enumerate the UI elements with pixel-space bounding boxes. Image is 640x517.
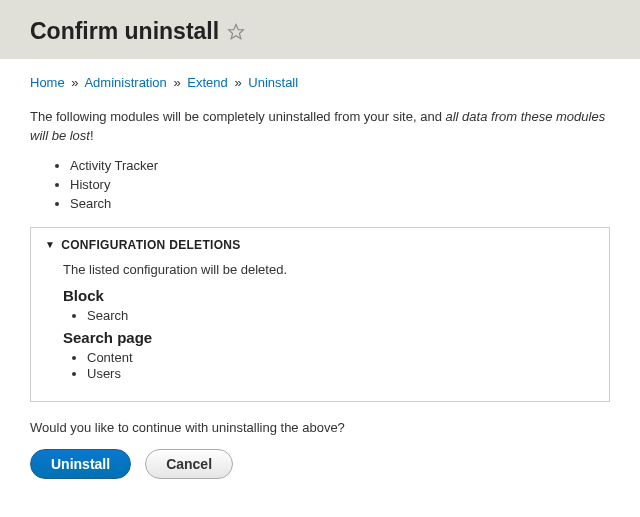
uninstall-button[interactable]: Uninstall bbox=[30, 449, 131, 480]
intro-text: The following modules will be completely… bbox=[30, 108, 610, 146]
cancel-button[interactable]: Cancel bbox=[145, 449, 233, 480]
page-header: Confirm uninstall bbox=[0, 0, 640, 59]
breadcrumb-separator: » bbox=[173, 75, 180, 90]
breadcrumb-link[interactable]: Home bbox=[30, 75, 65, 90]
breadcrumb-separator: » bbox=[71, 75, 78, 90]
star-icon[interactable] bbox=[227, 23, 245, 41]
list-item: Content bbox=[87, 350, 595, 365]
config-group-list: Content Users bbox=[63, 350, 595, 381]
modules-list: Activity Tracker History Search bbox=[30, 158, 610, 211]
list-item: History bbox=[70, 177, 610, 192]
intro-suffix: ! bbox=[90, 128, 94, 143]
details-body: The listed configuration will be deleted… bbox=[45, 252, 595, 381]
intro-prefix: The following modules will be completely… bbox=[30, 109, 445, 124]
details-summary-label: CONFIGURATION DELETIONS bbox=[61, 238, 240, 252]
svg-marker-0 bbox=[229, 24, 244, 38]
confirm-question: Would you like to continue with uninstal… bbox=[30, 420, 610, 435]
breadcrumb-link[interactable]: Administration bbox=[84, 75, 166, 90]
breadcrumb: Home » Administration » Extend » Uninsta… bbox=[30, 75, 610, 90]
breadcrumb-link[interactable]: Uninstall bbox=[248, 75, 298, 90]
config-description: The listed configuration will be deleted… bbox=[63, 262, 595, 277]
list-item: Users bbox=[87, 366, 595, 381]
breadcrumb-link[interactable]: Extend bbox=[187, 75, 227, 90]
breadcrumb-separator: » bbox=[234, 75, 241, 90]
action-buttons: Uninstall Cancel bbox=[30, 449, 610, 480]
list-item: Search bbox=[87, 308, 595, 323]
content: Home » Administration » Extend » Uninsta… bbox=[0, 59, 640, 497]
configuration-deletions-panel: ▼ CONFIGURATION DELETIONS The listed con… bbox=[30, 227, 610, 402]
config-group-title: Search page bbox=[63, 329, 595, 346]
config-group-list: Search bbox=[63, 308, 595, 323]
triangle-down-icon: ▼ bbox=[45, 239, 55, 250]
config-group-title: Block bbox=[63, 287, 595, 304]
details-summary[interactable]: ▼ CONFIGURATION DELETIONS bbox=[45, 238, 595, 252]
page-title: Confirm uninstall bbox=[30, 18, 219, 45]
list-item: Activity Tracker bbox=[70, 158, 610, 173]
list-item: Search bbox=[70, 196, 610, 211]
